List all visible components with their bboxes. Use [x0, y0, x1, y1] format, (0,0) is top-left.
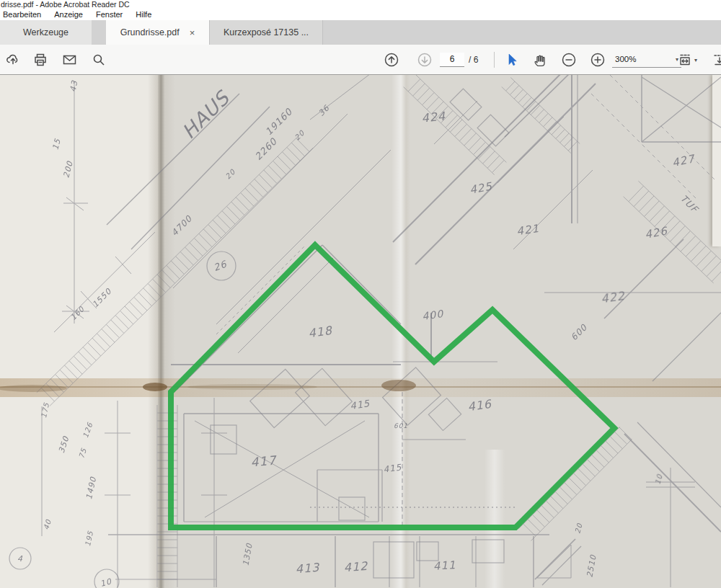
svg-text:10: 10	[99, 576, 113, 588]
svg-text:427: 427	[671, 152, 696, 169]
svg-text:422: 422	[600, 289, 627, 306]
svg-text:425: 425	[469, 179, 494, 196]
svg-text:4: 4	[17, 554, 23, 564]
hand-tool-icon[interactable]	[532, 52, 547, 67]
svg-text:HAUS: HAUS	[177, 86, 235, 143]
menu-hilfe[interactable]: Hilfe	[129, 10, 158, 19]
tab-bar: Werkzeuge Grundrisse.pdf × Kurzexposé 17…	[0, 20, 721, 45]
svg-text:601: 601	[394, 422, 408, 429]
svg-text:175: 175	[40, 401, 50, 419]
zoom-in-icon[interactable]	[590, 52, 606, 68]
svg-text:424: 424	[421, 109, 446, 125]
svg-text:600: 600	[569, 322, 589, 342]
svg-text:10: 10	[653, 473, 664, 486]
menu-bar: Bearbeiten Anzeige Fenster Hilfe	[0, 9, 721, 20]
svg-text:195: 195	[84, 530, 94, 547]
svg-text:1350: 1350	[241, 543, 254, 567]
page-total-label: / 6	[469, 55, 478, 65]
svg-text:418: 418	[307, 324, 334, 341]
svg-text:417: 417	[250, 453, 278, 469]
print-icon[interactable]	[33, 53, 48, 67]
zoom-level-value: 300%	[615, 55, 636, 63]
svg-text:15: 15	[50, 138, 63, 151]
menu-bearbeiten[interactable]: Bearbeiten	[0, 10, 48, 19]
svg-text:350: 350	[57, 435, 71, 454]
toolbar-panel-icon[interactable]	[714, 53, 721, 67]
svg-text:415: 415	[350, 398, 371, 411]
page-up-icon[interactable]	[384, 52, 399, 68]
share-upload-icon[interactable]	[6, 53, 20, 67]
svg-text:40: 40	[42, 518, 53, 531]
circled-marks	[9, 251, 236, 588]
svg-text:400: 400	[421, 308, 444, 322]
tab-kurzexpose[interactable]: Kurzexposé 17135 ...	[209, 20, 323, 45]
svg-text:20: 20	[573, 522, 584, 535]
menu-fenster[interactable]: Fenster	[89, 10, 129, 19]
tab-werkzeuge[interactable]: Werkzeuge	[0, 20, 92, 45]
svg-text:413: 413	[295, 561, 321, 576]
svg-text:75: 75	[77, 447, 88, 459]
window-title: drisse.pdf - Adobe Acrobat Reader DC	[0, 0, 721, 9]
svg-text:126: 126	[81, 421, 94, 439]
svg-text:411: 411	[433, 558, 456, 573]
zoom-level-select[interactable]: 300% ▾	[612, 52, 681, 68]
svg-text:160: 160	[69, 304, 87, 321]
tab-close-icon[interactable]: ×	[190, 28, 195, 37]
page-number-input[interactable]: 6	[440, 53, 464, 67]
svg-text:TUF: TUF	[678, 193, 701, 215]
search-icon[interactable]	[92, 53, 106, 67]
pdf-canvas[interactable]: HAUS191602260202036431520047002616015504…	[0, 75, 721, 588]
svg-text:1490: 1490	[84, 476, 98, 500]
menu-anzeige[interactable]: Anzeige	[48, 10, 89, 19]
pencil-lines	[42, 75, 721, 587]
toolbar-separator	[494, 52, 495, 68]
svg-text:4700: 4700	[169, 213, 195, 239]
toolbar: 6 / 6 300% ▾ ▾	[0, 45, 721, 75]
tab-grundrisse-active[interactable]: Grundrisse.pdf ×	[106, 20, 209, 45]
floorplan-drawing: HAUS191602260202036431520047002616015504…	[0, 75, 721, 588]
zoom-out-icon[interactable]	[561, 52, 577, 68]
svg-text:26: 26	[212, 258, 229, 273]
svg-text:412: 412	[343, 559, 369, 574]
email-icon[interactable]	[62, 53, 77, 67]
svg-text:421: 421	[516, 222, 540, 238]
page-down-icon[interactable]	[417, 52, 433, 68]
svg-text:416: 416	[466, 397, 493, 414]
fit-width-icon[interactable]	[678, 53, 692, 67]
svg-text:1550: 1550	[91, 287, 114, 310]
svg-text:43: 43	[68, 79, 80, 92]
selection-tool-icon[interactable]	[504, 53, 518, 67]
svg-text:19160: 19160	[263, 106, 295, 138]
svg-text:415: 415	[383, 462, 403, 475]
svg-text:200: 200	[61, 160, 75, 179]
svg-text:20: 20	[224, 167, 237, 181]
svg-text:426: 426	[644, 224, 669, 241]
chevron-down-icon[interactable]: ▾	[694, 56, 697, 63]
svg-text:36: 36	[317, 103, 332, 118]
svg-text:2510: 2510	[585, 554, 598, 579]
